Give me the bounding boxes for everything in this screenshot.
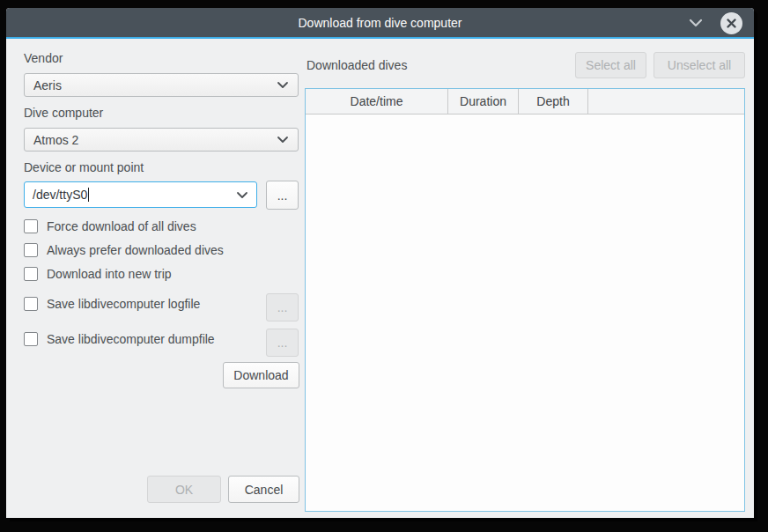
checkbox-save-logfile[interactable]: Save libdivecomputer logfile (24, 295, 200, 313)
dive-computer-label: Dive computer (24, 106, 103, 120)
checkbox-icon[interactable] (24, 267, 38, 281)
ok-button[interactable]: OK (147, 476, 221, 503)
vendor-select[interactable]: Aeris (24, 73, 299, 97)
checkbox-label: Download into new trip (47, 267, 172, 281)
chevron-down-icon (277, 136, 289, 144)
checkbox-new-trip[interactable]: Download into new trip (24, 265, 172, 283)
logfile-browse-button[interactable]: ... (266, 293, 299, 321)
table-header-row: Date/time Duration Depth (306, 89, 744, 115)
close-button[interactable] (720, 12, 742, 34)
downloaded-dives-table[interactable]: Date/time Duration Depth (305, 88, 745, 512)
checkbox-icon[interactable] (24, 243, 38, 257)
device-value: /dev/ttyS0 (33, 188, 87, 202)
vendor-value: Aeris (33, 78, 62, 92)
cancel-button[interactable]: Cancel (228, 476, 299, 503)
dumpfile-browse-button[interactable]: ... (266, 329, 299, 357)
checkbox-icon[interactable] (24, 332, 38, 346)
chevron-down-icon (236, 191, 248, 199)
device-label: Device or mount point (24, 160, 144, 174)
checkbox-save-dumpfile[interactable]: Save libdivecomputer dumpfile (24, 330, 215, 348)
window-title: Download from dive computer (299, 16, 462, 30)
checkbox-label: Save libdivecomputer logfile (47, 297, 200, 311)
select-all-button[interactable]: Select all (575, 52, 646, 78)
column-header-depth[interactable]: Depth (519, 89, 588, 114)
checkbox-icon[interactable] (24, 297, 38, 311)
checkbox-label: Always prefer downloaded dives (47, 243, 224, 257)
downloaded-dives-label: Downloaded dives (306, 58, 407, 72)
download-dialog: Download from dive computer Vendor Aeris… (6, 8, 754, 518)
text-cursor (88, 188, 89, 202)
chevron-down-icon (277, 81, 289, 89)
dive-computer-select[interactable]: Atmos 2 (24, 128, 299, 151)
close-icon (726, 18, 737, 29)
checkbox-icon[interactable] (24, 219, 38, 233)
column-header-blank[interactable] (588, 89, 744, 114)
checkbox-prefer-downloaded[interactable]: Always prefer downloaded dives (24, 241, 224, 259)
vendor-label: Vendor (24, 51, 63, 65)
titlebar[interactable]: Download from dive computer (6, 8, 754, 39)
dive-computer-value: Atmos 2 (33, 133, 78, 147)
unselect-all-button[interactable]: Unselect all (654, 52, 745, 78)
checkbox-force-download[interactable]: Force download of all dives (24, 218, 196, 235)
column-header-duration[interactable]: Duration (448, 89, 519, 114)
column-header-datetime[interactable]: Date/time (306, 89, 448, 114)
device-input[interactable]: /dev/ttyS0 (24, 181, 257, 208)
checkbox-label: Force download of all dives (47, 219, 196, 233)
table-body (306, 115, 744, 512)
chevron-down-icon[interactable] (689, 18, 703, 28)
download-button[interactable]: Download (223, 362, 299, 388)
checkbox-label: Save libdivecomputer dumpfile (47, 332, 215, 346)
device-browse-button[interactable]: ... (266, 181, 299, 210)
